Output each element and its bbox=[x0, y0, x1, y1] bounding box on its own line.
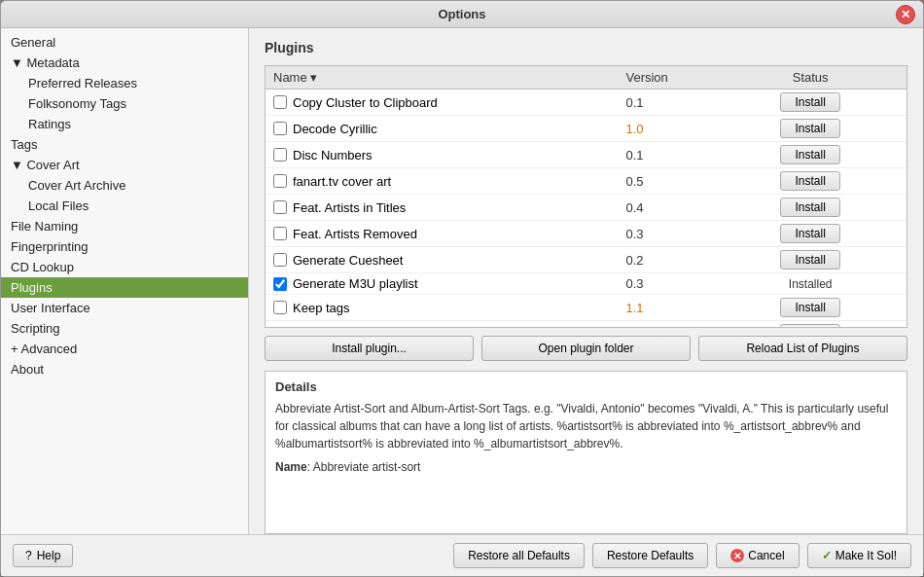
sidebar-item-preferred-releases[interactable]: Preferred Releases bbox=[1, 73, 248, 93]
plugin-status[interactable]: Install bbox=[714, 195, 906, 221]
open-plugin-folder-button[interactable]: Open plugin folder bbox=[481, 336, 691, 361]
plugin-checkbox-9[interactable] bbox=[273, 327, 287, 328]
plugin-version: 0.5 bbox=[618, 168, 714, 195]
make-it-sol-button[interactable]: ✓ Make It Sol! bbox=[807, 543, 911, 568]
table-row[interactable]: Decode Cyrillic1.0Install bbox=[266, 116, 906, 142]
question-icon: ? bbox=[25, 549, 32, 562]
plugin-status[interactable]: Install bbox=[714, 142, 906, 168]
plugin-name-label: Feat. Artists in Titles bbox=[293, 200, 406, 215]
install-plugin-button[interactable]: Install plugin... bbox=[265, 336, 474, 361]
sidebar-item-file-naming[interactable]: File Naming bbox=[1, 216, 248, 236]
help-button[interactable]: ? Help bbox=[13, 544, 73, 567]
sidebar-item-metadata[interactable]: ▼ Metadata bbox=[1, 53, 248, 73]
install-button[interactable]: Install bbox=[780, 145, 839, 164]
table-row[interactable]: Keep tags1.1Install bbox=[266, 295, 906, 321]
plugin-name-label: Last.fm bbox=[293, 327, 335, 329]
install-button[interactable]: Install bbox=[780, 224, 839, 243]
plugin-version: 0.3 bbox=[618, 273, 714, 295]
plugin-status[interactable]: Install bbox=[714, 221, 906, 247]
plugin-checkbox-8[interactable] bbox=[273, 301, 287, 314]
plugin-actions: Install plugin... Open plugin folder Rel… bbox=[265, 336, 907, 361]
close-button[interactable]: ✕ bbox=[896, 5, 915, 24]
col-name[interactable]: Name ▾ bbox=[266, 66, 618, 90]
plugin-checkbox-0[interactable] bbox=[273, 95, 287, 109]
table-row[interactable]: fanart.tv cover art0.5Install bbox=[266, 168, 906, 195]
plugins-table: Name ▾ Version Status Copy Cluster to Cl… bbox=[266, 66, 906, 328]
plugin-version: 0.4 bbox=[618, 195, 714, 221]
dialog-content: General▼ MetadataPreferred ReleasesFolks… bbox=[1, 28, 923, 534]
install-button[interactable]: Install bbox=[780, 298, 839, 317]
table-row[interactable]: Last.fm0.4Install bbox=[266, 321, 906, 329]
plugin-name-label: Generate Cuesheet bbox=[293, 253, 403, 268]
plugin-status[interactable]: Install bbox=[714, 247, 906, 273]
plugin-version: 1.0 bbox=[618, 116, 714, 142]
plugin-status[interactable]: Install bbox=[714, 116, 906, 142]
options-dialog: Options ✕ General▼ MetadataPreferred Rel… bbox=[0, 0, 924, 577]
install-button[interactable]: Install bbox=[780, 92, 839, 112]
plugin-checkbox-2[interactable] bbox=[273, 148, 287, 162]
table-row[interactable]: Feat. Artists Removed0.3Install bbox=[266, 221, 906, 247]
checkmark-icon: ✓ bbox=[822, 549, 832, 562]
main-panel: Plugins Name ▾ Version Status Cop bbox=[249, 28, 923, 534]
install-button[interactable]: Install bbox=[780, 171, 839, 191]
details-name: Name: Abbreviate artist-sort bbox=[275, 460, 897, 474]
plugin-checkbox-1[interactable] bbox=[273, 122, 287, 135]
plugin-status[interactable]: Install bbox=[714, 295, 906, 321]
sidebar-item-local-files[interactable]: Local Files bbox=[1, 196, 248, 216]
col-version: Version bbox=[618, 66, 714, 90]
sidebar-item-plugins[interactable]: Plugins bbox=[1, 277, 248, 298]
install-button[interactable]: Install bbox=[780, 198, 839, 217]
panel-title: Plugins bbox=[265, 40, 907, 55]
sidebar-item-cover-art[interactable]: ▼ Cover Art bbox=[1, 155, 248, 175]
sidebar-item-ratings[interactable]: Ratings bbox=[1, 114, 248, 134]
sidebar-item-advanced[interactable]: + Advanced bbox=[1, 339, 248, 359]
sidebar-item-general[interactable]: General bbox=[1, 32, 248, 53]
plugin-checkbox-3[interactable] bbox=[273, 174, 287, 188]
sidebar-item-user-interface[interactable]: User Interface bbox=[1, 298, 248, 318]
plugins-table-wrapper[interactable]: Name ▾ Version Status Copy Cluster to Cl… bbox=[265, 65, 907, 328]
install-button[interactable]: Install bbox=[780, 250, 839, 270]
restore-defaults-button[interactable]: Restore Defaults bbox=[592, 543, 708, 568]
plugin-version: 0.1 bbox=[618, 90, 714, 116]
sidebar-item-cover-art-archive[interactable]: Cover Art Archive bbox=[1, 175, 248, 196]
sidebar-item-scripting[interactable]: Scripting bbox=[1, 318, 248, 339]
cancel-icon: ✕ bbox=[730, 549, 744, 562]
plugin-checkbox-6[interactable] bbox=[273, 253, 287, 267]
table-row[interactable]: Copy Cluster to Clipboard0.1Install bbox=[266, 90, 906, 116]
sidebar: General▼ MetadataPreferred ReleasesFolks… bbox=[1, 28, 249, 534]
dialog-title: Options bbox=[438, 7, 485, 21]
plugin-version: 0.4 bbox=[618, 321, 714, 329]
plugin-version: 0.3 bbox=[618, 221, 714, 247]
plugin-checkbox-5[interactable] bbox=[273, 227, 287, 240]
sidebar-item-folksonomy-tags[interactable]: Folksonomy Tags bbox=[1, 93, 248, 114]
install-button[interactable]: Install bbox=[780, 119, 839, 138]
table-row[interactable]: Generate Cuesheet0.2Install bbox=[266, 247, 906, 273]
plugin-status[interactable]: Install bbox=[714, 168, 906, 195]
sidebar-item-tags[interactable]: Tags bbox=[1, 134, 248, 155]
sidebar-item-cd-lookup[interactable]: CD Lookup bbox=[1, 257, 248, 277]
sidebar-item-about[interactable]: About bbox=[1, 359, 248, 379]
col-status: Status bbox=[714, 66, 906, 90]
details-text: Abbreviate Artist-Sort and Album-Artist-… bbox=[275, 400, 897, 452]
plugin-status[interactable]: Install bbox=[714, 90, 906, 116]
plugin-status[interactable]: Install bbox=[714, 321, 906, 329]
plugin-name-label: Feat. Artists Removed bbox=[293, 227, 417, 241]
cancel-button[interactable]: ✕ Cancel bbox=[716, 543, 799, 568]
sidebar-item-fingerprinting[interactable]: Fingerprinting bbox=[1, 236, 248, 257]
plugin-name-label: Copy Cluster to Clipboard bbox=[293, 95, 438, 110]
plugin-version: 0.2 bbox=[618, 247, 714, 273]
plugin-checkbox-4[interactable] bbox=[273, 200, 287, 214]
table-row[interactable]: Feat. Artists in Titles0.4Install bbox=[266, 195, 906, 221]
restore-all-defaults-button[interactable]: Restore all Defaults bbox=[453, 543, 585, 568]
reload-list-button[interactable]: Reload List of Plugins bbox=[698, 336, 907, 361]
title-bar: Options ✕ bbox=[1, 1, 923, 28]
table-row[interactable]: Disc Numbers0.1Install bbox=[266, 142, 906, 168]
plugin-name-label: Disc Numbers bbox=[293, 148, 373, 162]
plugin-checkbox-7[interactable] bbox=[273, 277, 287, 291]
table-row[interactable]: Generate M3U playlist0.3Installed bbox=[266, 273, 906, 295]
plugin-version: 0.1 bbox=[618, 142, 714, 168]
plugin-status[interactable]: Installed bbox=[714, 273, 906, 295]
details-title: Details bbox=[275, 379, 897, 394]
install-button[interactable]: Install bbox=[780, 324, 839, 328]
plugin-name-label: fanart.tv cover art bbox=[293, 174, 391, 189]
